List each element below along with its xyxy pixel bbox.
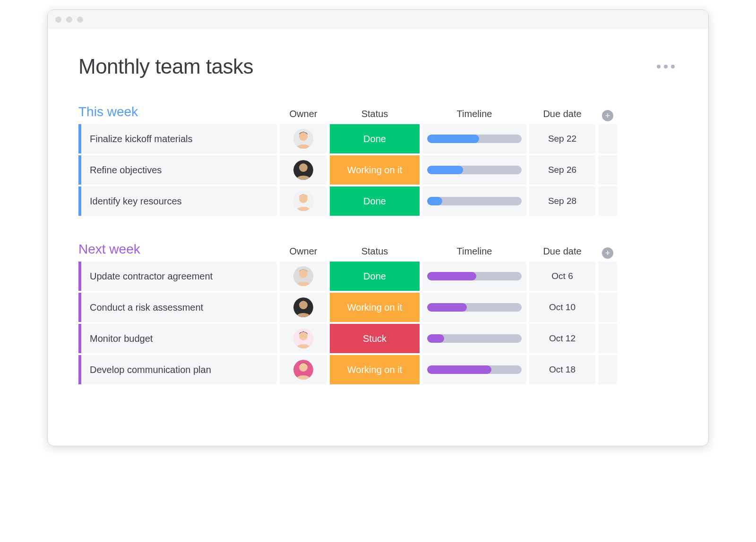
status-cell[interactable]: Done — [330, 186, 420, 216]
svg-point-7 — [299, 270, 308, 278]
due-date-cell[interactable]: Oct 10 — [529, 293, 595, 322]
due-date-cell[interactable]: Sep 28 — [529, 186, 595, 216]
timeline-track — [427, 272, 522, 280]
task-name-cell[interactable]: Refine objectives — [78, 155, 277, 185]
groups-container: This weekOwnerStatusTimelineDue date+Fin… — [78, 104, 678, 384]
window-zoom-dot[interactable] — [77, 17, 83, 23]
svg-point-3 — [299, 163, 308, 172]
timeline-fill — [427, 334, 444, 343]
column-header-due[interactable]: Due date — [529, 109, 595, 121]
owner-cell[interactable] — [280, 324, 327, 353]
timeline-cell[interactable] — [422, 262, 526, 291]
window-minimize-dot[interactable] — [66, 17, 72, 23]
timeline-cell[interactable] — [422, 324, 526, 353]
avatar — [293, 360, 313, 380]
avatar — [293, 266, 313, 286]
task-group: Next weekOwnerStatusTimelineDue date+Upd… — [78, 242, 678, 384]
owner-cell[interactable] — [280, 262, 327, 291]
task-name-cell[interactable]: Finalize kickoff materials — [78, 124, 277, 153]
trailing-cell[interactable] — [598, 186, 617, 216]
board-content: Monthly team tasks This weekOwnerStatusT… — [48, 29, 708, 446]
group-title[interactable]: Next week — [78, 242, 277, 259]
column-header-timeline[interactable]: Timeline — [422, 246, 526, 259]
status-cell[interactable]: Done — [330, 124, 420, 153]
svg-point-13 — [299, 363, 308, 372]
timeline-cell[interactable] — [422, 155, 526, 185]
task-name-label: Update contractor agreement — [90, 271, 213, 282]
timeline-cell[interactable] — [422, 186, 526, 216]
table-row: Monitor budgetStuckOct 12 — [78, 324, 678, 353]
column-header-owner[interactable]: Owner — [280, 246, 327, 259]
status-cell[interactable]: Stuck — [330, 324, 420, 353]
task-name-label: Develop communication plan — [90, 364, 211, 375]
status-cell[interactable]: Working on it — [330, 355, 420, 384]
app-window: Monthly team tasks This weekOwnerStatusT… — [47, 9, 709, 446]
timeline-track — [427, 334, 522, 343]
column-header-due[interactable]: Due date — [529, 246, 595, 259]
task-name-label: Monitor budget — [90, 333, 153, 344]
status-label: Working on it — [347, 364, 402, 375]
timeline-track — [427, 365, 522, 374]
owner-cell[interactable] — [280, 355, 327, 384]
due-date-label: Oct 10 — [549, 302, 576, 313]
task-name-cell[interactable]: Develop communication plan — [78, 355, 277, 384]
owner-cell[interactable] — [280, 155, 327, 185]
add-column-button[interactable]: + — [598, 110, 617, 121]
owner-cell[interactable] — [280, 124, 327, 153]
trailing-cell[interactable] — [598, 124, 617, 153]
status-cell[interactable]: Working on it — [330, 293, 420, 322]
due-date-cell[interactable]: Sep 26 — [529, 155, 595, 185]
plus-icon: + — [602, 110, 613, 121]
column-header-owner[interactable]: Owner — [280, 109, 327, 121]
task-name-cell[interactable]: Conduct a risk assessment — [78, 293, 277, 322]
timeline-cell[interactable] — [422, 293, 526, 322]
due-date-label: Sep 22 — [548, 134, 576, 144]
task-name-cell[interactable]: Monitor budget — [78, 324, 277, 353]
due-date-label: Sep 28 — [548, 196, 576, 206]
trailing-cell[interactable] — [598, 355, 617, 384]
column-header-status[interactable]: Status — [330, 109, 420, 121]
timeline-cell[interactable] — [422, 355, 526, 384]
group-header: Next weekOwnerStatusTimelineDue date+ — [78, 242, 678, 259]
column-header-status[interactable]: Status — [330, 246, 420, 259]
task-group: This weekOwnerStatusTimelineDue date+Fin… — [78, 104, 678, 216]
task-name-label: Conduct a risk assessment — [90, 302, 203, 313]
timeline-fill — [427, 272, 476, 280]
task-name-label: Identify key resources — [90, 196, 182, 207]
column-header-timeline[interactable]: Timeline — [422, 109, 526, 121]
svg-point-5 — [299, 195, 308, 203]
avatar — [293, 329, 313, 348]
timeline-cell[interactable] — [422, 124, 526, 153]
owner-cell[interactable] — [280, 293, 327, 322]
plus-icon: + — [602, 247, 613, 259]
status-label: Working on it — [347, 165, 402, 176]
timeline-track — [427, 197, 522, 205]
table-row: Update contractor agreementDoneOct 6 — [78, 262, 678, 291]
due-date-cell[interactable]: Oct 12 — [529, 324, 595, 353]
due-date-cell[interactable]: Oct 6 — [529, 262, 595, 291]
status-cell[interactable]: Done — [330, 262, 420, 291]
window-close-dot[interactable] — [55, 17, 61, 23]
add-column-button[interactable]: + — [598, 247, 617, 259]
svg-point-11 — [299, 332, 308, 340]
timeline-track — [427, 166, 522, 174]
trailing-cell[interactable] — [598, 262, 617, 291]
table-row: Conduct a risk assessmentWorking on itOc… — [78, 293, 678, 322]
timeline-fill — [427, 365, 491, 374]
trailing-cell[interactable] — [598, 293, 617, 322]
due-date-label: Oct 18 — [549, 364, 576, 375]
task-name-cell[interactable]: Update contractor agreement — [78, 262, 277, 291]
due-date-cell[interactable]: Oct 18 — [529, 355, 595, 384]
trailing-cell[interactable] — [598, 324, 617, 353]
owner-cell[interactable] — [280, 186, 327, 216]
more-icon — [657, 65, 661, 68]
task-name-cell[interactable]: Identify key resources — [78, 186, 277, 216]
avatar — [293, 297, 313, 317]
status-cell[interactable]: Working on it — [330, 155, 420, 185]
window-titlebar — [48, 10, 708, 29]
trailing-cell[interactable] — [598, 155, 617, 185]
table-row: Identify key resourcesDoneSep 28 — [78, 186, 678, 216]
due-date-cell[interactable]: Sep 22 — [529, 124, 595, 153]
more-menu-button[interactable] — [654, 62, 678, 71]
group-title[interactable]: This week — [78, 104, 277, 121]
